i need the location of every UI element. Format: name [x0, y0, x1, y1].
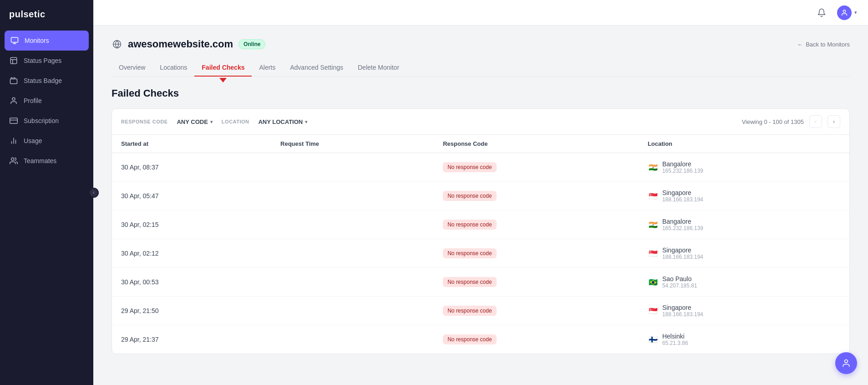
tab-overview[interactable]: Overview — [112, 59, 152, 77]
location-info: Singapore 188.166.183.194 — [662, 246, 703, 260]
cell-location: 🇧🇷 Sao Paulo 54.207.185.81 — [639, 268, 849, 297]
svg-point-3 — [12, 98, 15, 100]
tab-advanced-settings[interactable]: Advanced Settings — [283, 59, 350, 77]
location-filter-select[interactable]: ANY LOCATION ▾ — [258, 118, 307, 125]
tab-locations[interactable]: Locations — [152, 59, 194, 77]
cell-request-time — [271, 268, 434, 297]
tabs-bar: Overview Locations Failed Checks Alerts … — [112, 59, 850, 77]
table-row: 29 Apr, 21:37 No response code 🇫🇮 Helsin… — [112, 325, 849, 354]
table-row: 30 Apr, 05:47 No response code 🇸🇬 Singap… — [112, 182, 849, 210]
sidebar-nav: Monitors Status Pages Status Badge — [0, 31, 93, 385]
response-badge: No response code — [443, 220, 496, 230]
cell-request-time — [271, 182, 434, 210]
col-location: Location — [639, 135, 849, 153]
notifications-button[interactable] — [813, 5, 830, 21]
response-code-value: ANY CODE — [177, 118, 208, 125]
table-row: 30 Apr, 00:53 No response code 🇧🇷 Sao Pa… — [112, 268, 849, 297]
sidebar-item-status-badge[interactable]: Status Badge — [0, 71, 93, 91]
status-pages-icon — [9, 56, 18, 65]
location-name: Bangalore — [662, 160, 703, 168]
sidebar-item-usage[interactable]: Usage — [0, 131, 93, 151]
tab-failed-checks-container: Failed Checks — [194, 59, 252, 76]
location-filter-value: ANY LOCATION — [258, 118, 303, 125]
location-flag: 🇸🇬 — [648, 190, 659, 201]
cell-response-code: No response code — [434, 182, 639, 210]
col-response-code: Response Code — [434, 135, 639, 153]
location-name: Sao Paulo — [662, 275, 697, 282]
cell-response-code: No response code — [434, 325, 639, 354]
cell-started-at: 29 Apr, 21:50 — [112, 297, 271, 325]
cell-request-time — [271, 325, 434, 354]
cell-response-code: No response code — [434, 210, 639, 239]
profile-icon — [9, 96, 18, 105]
filters-right: Viewing 0 - 100 of 1305 ‹ › — [742, 115, 840, 128]
sidebar-label-profile: Profile — [24, 97, 42, 104]
location-ip: 188.166.183.194 — [662, 311, 703, 318]
next-page-button[interactable]: › — [827, 115, 840, 128]
back-to-monitors-link[interactable]: ← Back to Monitors — [797, 41, 850, 48]
failed-checks-table: Started at Request Time Response Code Lo… — [112, 135, 849, 354]
cell-request-time — [271, 297, 434, 325]
status-badge: Online — [239, 39, 265, 49]
viewing-count: Viewing 0 - 100 of 1305 — [742, 118, 804, 125]
user-menu[interactable]: ▾ — [837, 5, 857, 20]
main-area: ▾ awesomewebsite.com Online ← Back to Mo… — [93, 0, 868, 385]
location-cell: 🇮🇳 Bangalore 165.232.186.139 — [648, 160, 840, 174]
failed-checks-table-container: RESPONSE CODE ANY CODE ▾ LOCATION ANY LO… — [112, 108, 850, 354]
location-flag: 🇮🇳 — [648, 219, 659, 230]
location-flag: 🇫🇮 — [648, 334, 659, 345]
filters-bar: RESPONSE CODE ANY CODE ▾ LOCATION ANY LO… — [112, 109, 849, 135]
location-flag: 🇮🇳 — [648, 162, 659, 173]
location-info: Sao Paulo 54.207.185.81 — [662, 275, 697, 289]
table-row: 30 Apr, 02:15 No response code 🇮🇳 Bangal… — [112, 210, 849, 239]
sidebar-item-monitors[interactable]: Monitors — [5, 31, 89, 51]
svg-point-8 — [11, 158, 14, 160]
location-name: Singapore — [662, 304, 703, 311]
tab-alerts[interactable]: Alerts — [252, 59, 283, 77]
svg-rect-0 — [11, 37, 18, 42]
col-started-at: Started at — [112, 135, 271, 153]
cell-started-at: 30 Apr, 02:12 — [112, 239, 271, 268]
sidebar-label-monitors: Monitors — [25, 37, 49, 44]
cell-location: 🇫🇮 Helsinki 65.21.3.86 — [639, 325, 849, 354]
cell-started-at: 30 Apr, 02:15 — [112, 210, 271, 239]
cell-response-code: No response code — [434, 297, 639, 325]
location-filter-label: LOCATION — [222, 119, 249, 124]
svg-rect-4 — [10, 118, 18, 123]
sidebar-item-status-pages[interactable]: Status Pages — [0, 51, 93, 71]
svg-point-9 — [843, 10, 845, 12]
response-badge: No response code — [443, 334, 496, 344]
location-name: Singapore — [662, 246, 703, 254]
usage-icon — [9, 136, 18, 145]
tab-active-arrow — [219, 78, 227, 82]
svg-rect-2 — [10, 79, 17, 84]
avatar — [837, 5, 852, 20]
cell-response-code: No response code — [434, 268, 639, 297]
subscription-icon — [9, 116, 18, 125]
sidebar-label-usage: Usage — [24, 137, 42, 144]
location-ip: 54.207.185.81 — [662, 282, 697, 289]
monitor-icon — [10, 36, 19, 45]
location-cell: 🇮🇳 Bangalore 165.232.186.139 — [648, 218, 840, 231]
response-code-filter-select[interactable]: ANY CODE ▾ — [177, 118, 212, 125]
sidebar-label-status-badge: Status Badge — [24, 77, 62, 84]
cell-location: 🇸🇬 Singapore 188.166.183.194 — [639, 182, 849, 210]
teammates-icon — [9, 156, 18, 165]
tab-failed-checks[interactable]: Failed Checks — [194, 59, 252, 77]
sidebar-item-teammates[interactable]: Teammates — [0, 151, 93, 171]
cell-location: 🇮🇳 Bangalore 165.232.186.139 — [639, 153, 849, 182]
tab-delete-monitor[interactable]: Delete Monitor — [350, 59, 406, 77]
sidebar-collapse-button[interactable]: ‹ — [89, 188, 99, 198]
location-cell: 🇸🇬 Singapore 188.166.183.194 — [648, 304, 840, 318]
sidebar-item-profile[interactable]: Profile — [0, 91, 93, 111]
support-fab[interactable] — [835, 352, 857, 374]
prev-page-button[interactable]: ‹ — [809, 115, 822, 128]
sidebar-item-subscription[interactable]: Subscription — [0, 111, 93, 131]
cell-location: 🇸🇬 Singapore 188.166.183.194 — [639, 239, 849, 268]
location-ip: 165.232.186.139 — [662, 225, 703, 231]
location-flag: 🇸🇬 — [648, 248, 659, 259]
location-info: Singapore 188.166.183.194 — [662, 189, 703, 203]
sidebar-label-subscription: Subscription — [24, 117, 59, 124]
page-title: Failed Checks — [112, 87, 850, 99]
content-area: awesomewebsite.com Online ← Back to Moni… — [93, 26, 868, 385]
